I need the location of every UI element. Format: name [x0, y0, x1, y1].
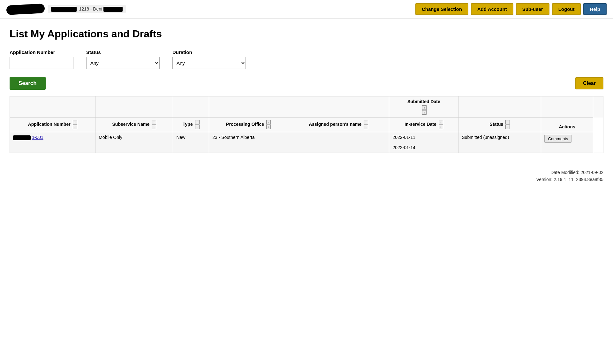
sort-up-icon[interactable]: ↑: [152, 120, 156, 125]
version-line: Version: 2.19.1_11_2394.8ea8f35: [10, 176, 603, 183]
header-buttons: Change Selection Add Account Sub-user Lo…: [415, 3, 607, 15]
submitted-date-label: Submitted Date: [407, 99, 440, 104]
header-logo-area: 1218 - Deni: [6, 4, 412, 14]
status-label: Status: [86, 49, 160, 55]
type-sort[interactable]: ↑ ↓: [195, 120, 200, 129]
help-button[interactable]: Help: [583, 3, 607, 15]
col-header-app-number: [10, 96, 95, 118]
col-header-submitted-date: Submitted Date ↑ ↓: [389, 96, 458, 118]
header: 1218 - Deni Change Selection Add Account…: [0, 0, 613, 19]
app-number-link[interactable]: 1-001: [32, 135, 43, 140]
assigned-person-sort[interactable]: ↑ ↓: [364, 120, 368, 129]
col-header-type: [173, 96, 209, 118]
col-header-assigned-person: [288, 96, 389, 118]
duration-filter: Duration Any Short Long: [172, 49, 246, 69]
version-label: Version:: [536, 177, 553, 182]
col-header-subservice: [95, 96, 173, 118]
date-modified-label: Date Modified:: [550, 170, 579, 175]
col-header-actions: [593, 96, 603, 118]
sort-up-icon[interactable]: ↑: [439, 120, 443, 125]
inservice-date-2: 2022-01-14: [392, 145, 455, 150]
add-account-button[interactable]: Add Account: [471, 3, 513, 15]
table-row: 1-001 Mobile Only New 23 - Southern Albe…: [10, 132, 603, 153]
applications-table: Submitted Date ↑ ↓ Application Number ↑: [10, 96, 603, 153]
status-filter: Status Any Submitted Draft Approved Reje…: [86, 49, 160, 69]
col-header-processing-office: [209, 96, 288, 118]
version-value: 2.19.1_11_2394.8ea8f35: [554, 177, 603, 182]
cell-actions: Comments: [541, 132, 593, 153]
sub-user-button[interactable]: Sub-user: [516, 3, 549, 15]
col-header-status: [541, 96, 593, 118]
header-logo: [6, 3, 45, 15]
duration-label: Duration: [172, 49, 246, 55]
sort-down-icon[interactable]: ↓: [266, 125, 271, 129]
duration-select[interactable]: Any Short Long: [172, 57, 246, 69]
col-subheader-type: Type ↑ ↓: [173, 118, 209, 132]
status-sort[interactable]: ↑ ↓: [505, 120, 510, 129]
sort-up-icon[interactable]: ↑: [422, 105, 427, 110]
application-number-label: Application Number: [10, 49, 73, 55]
col-subheader-subservice: Subservice Name ↑ ↓: [95, 118, 173, 132]
col-subheader-actions: Actions: [541, 118, 593, 132]
sort-down-icon[interactable]: ↓: [439, 125, 443, 129]
col-subheader-inservice-date: In-service Date ↑ ↓: [389, 118, 458, 132]
sort-down-icon[interactable]: ↓: [422, 110, 427, 115]
footer: Date Modified: 2021-09-02 Version: 2.19.…: [0, 159, 613, 190]
application-number-filter: Application Number: [10, 49, 73, 69]
sort-down-icon[interactable]: ↓: [505, 125, 510, 129]
sort-up-icon[interactable]: ↑: [266, 120, 271, 125]
status-select[interactable]: Any Submitted Draft Approved Rejected: [86, 57, 160, 69]
comments-button[interactable]: Comments: [544, 135, 571, 143]
inservice-date-sort[interactable]: ↑ ↓: [439, 120, 443, 129]
sort-up-icon[interactable]: ↑: [73, 120, 77, 125]
sort-up-icon[interactable]: ↑: [505, 120, 510, 125]
application-number-input[interactable]: [10, 57, 73, 69]
submitted-date-sort[interactable]: ↑ ↓: [422, 105, 427, 115]
subservice-sort[interactable]: ↑ ↓: [152, 120, 156, 129]
date-modified-value: 2021-09-02: [580, 170, 603, 175]
sort-down-icon[interactable]: ↓: [195, 125, 200, 129]
cell-inservice-date: 2022-01-11 2022-01-14: [389, 132, 458, 153]
col-subheader-assigned-person: Assigned person's name ↑ ↓: [288, 118, 389, 132]
col-subheader-status: Status ↑ ↓: [458, 118, 541, 132]
logout-button[interactable]: Logout: [552, 3, 581, 15]
filter-area: Application Number Status Any Submitted …: [10, 49, 603, 69]
sort-down-icon[interactable]: ↓: [73, 125, 77, 129]
inservice-date-1: 2022-01-11: [392, 135, 455, 140]
sort-down-icon[interactable]: ↓: [152, 125, 156, 129]
clear-button[interactable]: Clear: [575, 77, 603, 89]
col-header-inservice-date: [458, 96, 541, 118]
col-subheader-processing-office: Processing Office ↑ ↓: [209, 118, 288, 132]
action-row: Search Clear: [10, 77, 603, 90]
main-content: List My Applications and Drafts Applicat…: [0, 19, 613, 159]
page-title: List My Applications and Drafts: [10, 28, 603, 40]
header-account-info: 1218 - Deni: [48, 5, 126, 13]
cell-assigned-person: [288, 132, 389, 153]
cell-app-number: 1-001: [10, 132, 95, 153]
cell-status: Submitted (unassigned): [458, 132, 541, 153]
sort-up-icon[interactable]: ↑: [195, 120, 200, 125]
app-number-sort[interactable]: ↑ ↓: [73, 120, 77, 129]
cell-processing-office: 23 - Southern Alberta: [209, 132, 288, 153]
change-selection-button[interactable]: Change Selection: [415, 3, 468, 15]
cell-type: New: [173, 132, 209, 153]
date-modified-line: Date Modified: 2021-09-02: [10, 169, 603, 176]
processing-office-sort[interactable]: ↑ ↓: [266, 120, 271, 129]
sort-down-icon[interactable]: ↓: [364, 125, 368, 129]
search-button[interactable]: Search: [10, 77, 46, 90]
col-subheader-app-number: Application Number ↑ ↓: [10, 118, 95, 132]
sort-up-icon[interactable]: ↑: [364, 120, 368, 125]
cell-subservice-name: Mobile Only: [95, 132, 173, 153]
